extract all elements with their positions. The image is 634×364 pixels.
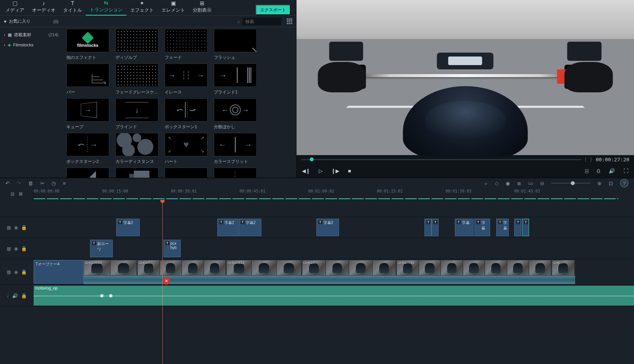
text-track-2[interactable]: T字幕2T字幕2T字幕2T字幕2T字T字T字幕T字幕T字幕T字T [34,217,634,238]
transition-thumb[interactable]: ←→ [214,168,257,178]
volume-icon[interactable]: 🔊 [609,168,615,174]
spacer-track[interactable] [34,200,634,217]
eye-icon[interactable]: ◉ [14,269,18,275]
screen-icon[interactable]: ⌸ [585,168,588,174]
builtin-row[interactable]: › ▦ 搭載素材 (214) [0,30,62,40]
transition-thumb[interactable]: ↖↗↙↘♥ [165,133,208,156]
favorites-row[interactable]: ♥ お気に入り (0) [0,18,62,24]
lock-icon[interactable]: 🔒 [21,269,27,275]
preview-scrubber[interactable] [301,159,581,160]
video-clip[interactable]: GH010613 [83,260,137,276]
transition-thumb[interactable]: ↓ [115,98,158,122]
transition-thumb[interactable]: ←→ [214,133,257,156]
search-input[interactable] [242,18,281,25]
transition-thumb[interactable]: ⤺→ [66,133,109,156]
filmstocks-row[interactable]: › ◆ Filmstocks [0,40,62,50]
export-button[interactable]: エクスポート [256,5,291,15]
text-clip[interactable]: T字幕 [474,219,490,236]
step-forward-button[interactable]: ❙▶ [331,168,339,174]
transition-thumb[interactable]: ←··→ [165,168,208,178]
video-clip[interactable]: GH010… [137,260,226,276]
tab-media[interactable]: ▢メディア [2,0,28,15]
settings-icon[interactable]: ▭ [528,180,533,186]
transition-marker[interactable]: ✕ [162,277,170,285]
help-badge[interactable]: ? [620,179,629,187]
video-track[interactable]: Tオープナー4 ✕ GH010613GH010…GH010613GH010…GH… [34,259,634,285]
play-button[interactable]: ▷ [319,168,323,174]
zoom-out-button[interactable]: ⊖ [540,180,544,186]
stop-button[interactable]: ■ [348,168,351,174]
zoom-slider[interactable] [551,183,590,184]
text-clip[interactable]: T字幕 [496,219,509,236]
transition-thumb[interactable]: → [214,64,257,87]
transition-thumb[interactable] [115,168,158,178]
zoom-fit-button[interactable]: ⊡ [609,180,613,186]
text-clip[interactable]: T字幕2 [316,219,339,236]
video-clip[interactable]: GH01…15 [396,260,552,276]
title-clip[interactable]: Tpcx hyb [163,240,181,257]
transition-thumb[interactable] [66,168,109,178]
video-clip[interactable]: GH010613 [226,260,302,276]
camera-icon[interactable]: ⎙ [597,168,600,174]
tab-effect[interactable]: ✦エフェクト [126,0,158,15]
text-clip[interactable]: T字幕2 [116,219,140,236]
voiceover-icon[interactable]: ◉ [506,180,510,186]
text-clip[interactable]: T字 [432,219,439,236]
render-indicator-icon[interactable]: ▹ [485,180,488,186]
marker-icon[interactable]: ◇ [495,180,499,186]
transition-thumb[interactable]: ↘ [66,64,109,87]
text-clip[interactable]: T字 [514,219,521,236]
text-clip[interactable]: T字幕 [455,219,474,236]
speed-button[interactable]: ◷ [52,180,56,186]
text-track-1[interactable]: T新ローワTpcx hyb [34,238,634,259]
playhead[interactable] [162,200,163,364]
video-clip[interactable]: GH0… [552,260,575,276]
eye-icon[interactable]: ◉ [14,225,18,230]
transition-thumb[interactable]: → [66,98,109,122]
transition-thumb[interactable] [115,64,158,87]
link-icon[interactable]: ⌘ [18,191,23,197]
transition-thumb[interactable] [214,29,257,52]
track-icon[interactable]: ▦ [7,225,11,230]
scrubber-knob[interactable] [310,157,314,161]
snap-icon[interactable]: ⊟ [11,191,14,197]
transition-thumb[interactable]: filmstocks [66,29,109,52]
eye-icon[interactable]: ◉ [14,246,18,251]
timeline-ruler[interactable]: 00:00:00:0000:00:15:0000:00:30:0100:00:4… [34,188,634,200]
audio-track[interactable]: motovlog_op [34,285,634,307]
track-icon[interactable]: ▦ [7,246,11,251]
transition-thumb[interactable] [165,29,208,52]
transition-thumb[interactable] [115,133,158,156]
opener-clip[interactable]: Tオープナー4 [34,260,83,284]
title-clip[interactable]: T新ローワ [90,240,113,257]
zoom-knob[interactable] [571,181,575,185]
keyframe[interactable] [109,294,112,297]
speaker-icon[interactable]: 🔊 [12,293,18,299]
redo-button[interactable]: ↷ [17,180,21,186]
lock-icon[interactable]: 🔒 [21,246,27,251]
tab-element[interactable]: ▣エレメント [158,0,189,15]
keyframe[interactable] [100,294,103,297]
audio-clip[interactable]: motovlog_op [34,286,634,306]
text-clip-selected[interactable]: T [522,219,529,236]
text-clip[interactable]: T字 [424,219,432,236]
music-icon[interactable]: ♪ [7,293,9,299]
cut-button[interactable]: ✂ [40,180,44,186]
text-clip[interactable]: T字幕2 [239,219,261,236]
transition-thumb[interactable]: ⤺⤻ [165,98,208,122]
mixer-icon[interactable]: ≣ [517,180,521,186]
transition-thumb[interactable]: →┆┆→ [165,64,208,87]
adjust-button[interactable]: ≡ [63,180,66,186]
delete-button[interactable]: 🗑 [28,180,33,186]
tab-transition[interactable]: ⇆トランジション [86,0,126,16]
video-clip[interactable]: GH010… [302,260,396,276]
grid-view-icon[interactable] [287,18,293,25]
tab-title[interactable]: Tタイトル [59,0,86,15]
fullscreen-icon[interactable]: ⛶ [623,168,629,174]
undo-button[interactable]: ↶ [5,180,10,186]
transition-thumb[interactable] [115,29,158,52]
step-back-button[interactable]: ◀❙ [302,168,310,174]
lock-icon[interactable]: 🔒 [21,225,27,230]
text-clip[interactable]: T字幕2 [217,219,238,236]
transition-thumb[interactable]: ←→ [214,98,257,122]
